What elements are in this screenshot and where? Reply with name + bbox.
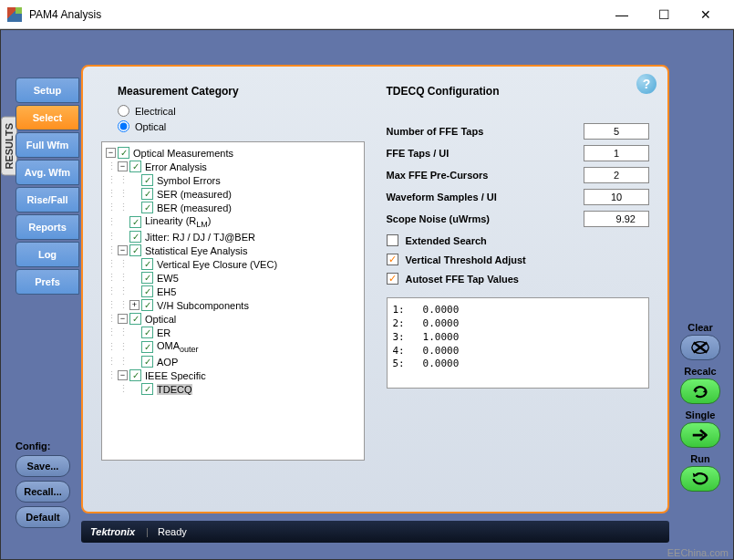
samples-ui-input[interactable] xyxy=(584,189,649,205)
tree-jitter[interactable]: Jitter: RJ / DJ / TJ@BER xyxy=(145,232,255,243)
precursors-label: Max FFE Pre-Cursors xyxy=(387,170,584,181)
tree-symbol-errors[interactable]: Symbol Errors xyxy=(157,175,221,186)
recalc-label: Recalc xyxy=(684,366,716,377)
scope-noise-input[interactable] xyxy=(584,211,649,227)
tree-ew5[interactable]: EW5 xyxy=(157,273,179,284)
tree-toggle-icon[interactable]: − xyxy=(118,314,128,324)
tab-prefs[interactable]: Prefs xyxy=(16,269,79,295)
minimize-button[interactable]: — xyxy=(601,1,643,28)
tree-error-analysis[interactable]: Error Analysis xyxy=(145,161,207,172)
titlebar: PAM4 Analysis — ☐ ✕ xyxy=(0,0,734,29)
config-label: Config: xyxy=(16,441,70,451)
tree-oma[interactable]: OMAouter xyxy=(157,340,199,354)
checkbox-icon[interactable]: ✓ xyxy=(141,272,153,284)
precursors-input[interactable] xyxy=(584,167,649,183)
ffe-taps-input[interactable] xyxy=(584,123,649,140)
checkbox-icon[interactable]: ✓ xyxy=(129,244,141,256)
tree-toggle-icon[interactable]: − xyxy=(118,370,128,380)
recalc-button[interactable] xyxy=(680,379,720,404)
measurement-tree[interactable]: −✓Optical Measurements ⋮−✓Error Analysis… xyxy=(101,141,365,461)
tab-log[interactable]: Log xyxy=(16,242,79,267)
tree-eh5[interactable]: EH5 xyxy=(157,286,176,297)
tab-reports[interactable]: Reports xyxy=(16,214,79,240)
radio-optical-input[interactable] xyxy=(118,120,129,132)
tab-full-wfm[interactable]: Full Wfm xyxy=(16,132,79,158)
taps-ui-input[interactable] xyxy=(584,145,649,161)
tree-toggle-icon[interactable]: − xyxy=(106,148,116,158)
clear-icon xyxy=(690,338,710,357)
default-button[interactable]: Default xyxy=(16,506,70,528)
checkbox-icon[interactable]: ✓ xyxy=(141,202,153,213)
checkbox-icon[interactable]: ✓ xyxy=(141,327,153,338)
tab-avg-wfm[interactable]: Avg. Wfm xyxy=(16,160,79,185)
tab-rise-fall[interactable]: Rise/Fall xyxy=(16,187,79,213)
radio-electrical[interactable]: Electrical xyxy=(118,105,365,117)
checkbox-icon[interactable]: ✓ xyxy=(141,356,153,368)
autoset-checkbox[interactable] xyxy=(387,273,398,285)
checkbox-icon[interactable]: ✓ xyxy=(141,299,153,311)
tree-optical-group[interactable]: Optical xyxy=(145,314,176,325)
tree-tdecq[interactable]: TDECQ xyxy=(157,384,192,395)
action-buttons: Clear Recalc Single Run xyxy=(680,322,720,497)
tree-linearity[interactable]: Linearity (RLM) xyxy=(145,215,211,229)
tab-setup[interactable]: Setup xyxy=(16,78,79,103)
radio-optical[interactable]: Optical xyxy=(118,120,365,132)
left-column: Measurement Category Electrical Optical … xyxy=(94,78,372,501)
checkbox-icon[interactable]: ✓ xyxy=(141,341,153,353)
status-text: Ready xyxy=(158,526,187,537)
close-button[interactable]: ✕ xyxy=(685,1,727,28)
loop-icon xyxy=(690,470,710,488)
right-column: TDECQ Configuration Number of FFE Taps F… xyxy=(379,78,657,501)
side-tabs: Setup Select Full Wfm Avg. Wfm Rise/Fall… xyxy=(16,78,79,296)
autoset-label: Autoset FFE Tap Values xyxy=(406,274,650,285)
checkbox-icon[interactable]: ✓ xyxy=(129,161,141,172)
tree-ser[interactable]: SER (measured) xyxy=(157,189,232,200)
tab-select[interactable]: Select xyxy=(16,105,79,130)
tree-ber[interactable]: BER (measured) xyxy=(157,202,232,213)
matlab-icon xyxy=(7,7,22,22)
scope-noise-label: Scope Noise (uWrms) xyxy=(387,213,584,224)
tree-vec[interactable]: Vertical Eye Closure (VEC) xyxy=(157,259,277,270)
tree-toggle-icon[interactable]: − xyxy=(118,245,128,255)
extended-checkbox[interactable] xyxy=(387,234,398,246)
run-label: Run xyxy=(690,453,709,464)
status-bar: Tektronix | Ready xyxy=(81,521,669,543)
category-title: Measurement Category xyxy=(118,85,365,98)
tree-vh[interactable]: V/H Subcomponents xyxy=(157,300,249,311)
help-icon[interactable]: ? xyxy=(636,74,656,94)
tree-toggle-icon[interactable]: + xyxy=(129,300,140,310)
checkbox-icon[interactable]: ✓ xyxy=(129,369,141,381)
watermark: EEChina.com xyxy=(667,547,729,558)
tap-output[interactable]: 1: 0.0000 2: 0.0000 3: 1.0000 4: 0.0000 … xyxy=(387,297,650,389)
checkbox-icon[interactable]: ✓ xyxy=(141,383,153,395)
main-panel: ? Measurement Category Electrical Optica… xyxy=(81,65,669,513)
app-body: RESULTS Setup Select Full Wfm Avg. Wfm R… xyxy=(0,29,734,560)
tree-toggle-icon[interactable]: − xyxy=(118,161,128,171)
checkbox-icon[interactable]: ✓ xyxy=(129,313,141,325)
maximize-button[interactable]: ☐ xyxy=(643,1,685,28)
checkbox-icon[interactable]: ✓ xyxy=(141,174,153,186)
checkbox-icon[interactable]: ✓ xyxy=(129,231,141,243)
tdecq-title: TDECQ Configuration xyxy=(387,85,650,98)
vthresh-checkbox[interactable] xyxy=(387,254,398,265)
taps-ui-label: FFE Taps / UI xyxy=(387,148,584,159)
checkbox-icon[interactable]: ✓ xyxy=(141,258,153,270)
tree-aop[interactable]: AOP xyxy=(157,357,178,368)
checkbox-icon[interactable]: ✓ xyxy=(141,188,153,200)
radio-electrical-input[interactable] xyxy=(118,105,129,117)
checkbox-icon[interactable]: ✓ xyxy=(129,216,141,228)
run-button[interactable] xyxy=(680,466,720,492)
single-button[interactable] xyxy=(680,422,720,448)
tree-ieee[interactable]: IEEE Specific xyxy=(145,370,206,381)
tree-optical-measurements[interactable]: Optical Measurements xyxy=(133,148,233,159)
tree-stat-eye[interactable]: Statistical Eye Analysis xyxy=(145,245,248,256)
save-button[interactable]: Save... xyxy=(16,455,70,477)
divider: | xyxy=(146,526,149,537)
checkbox-icon[interactable]: ✓ xyxy=(141,285,153,297)
clear-button[interactable] xyxy=(680,335,720,360)
checkbox-icon[interactable]: ✓ xyxy=(118,147,129,159)
brand-label: Tektronix xyxy=(90,526,135,537)
tree-er[interactable]: ER xyxy=(157,327,171,338)
recall-button[interactable]: Recall... xyxy=(16,481,70,503)
vthresh-label: Vertical Threshold Adjust xyxy=(406,254,650,265)
